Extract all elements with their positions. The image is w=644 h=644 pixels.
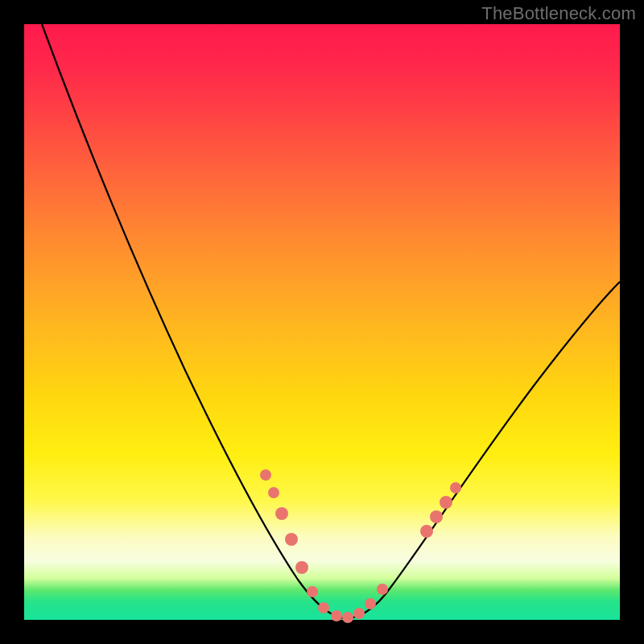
- curve-marker: [331, 610, 342, 621]
- curve-marker: [353, 608, 365, 619]
- curve-marker: [295, 561, 308, 574]
- curve-marker: [275, 507, 288, 520]
- curve-marker: [268, 487, 279, 498]
- curve-marker: [260, 469, 271, 481]
- curve-marker: [420, 525, 433, 538]
- plot-area: [24, 24, 620, 620]
- curve-layer: [24, 24, 620, 620]
- bottleneck-curve: [42, 24, 620, 618]
- curve-marker: [285, 533, 298, 546]
- curve-marker: [318, 602, 329, 613]
- curve-marker: [440, 496, 452, 509]
- curve-marker: [430, 510, 443, 523]
- curve-marker: [450, 482, 461, 493]
- chart-frame: TheBottleneck.com: [0, 0, 644, 644]
- curve-marker: [365, 598, 376, 609]
- curve-marker: [377, 584, 388, 595]
- curve-marker: [307, 586, 318, 597]
- watermark-text: TheBottleneck.com: [481, 3, 636, 24]
- curve-marker: [342, 612, 353, 623]
